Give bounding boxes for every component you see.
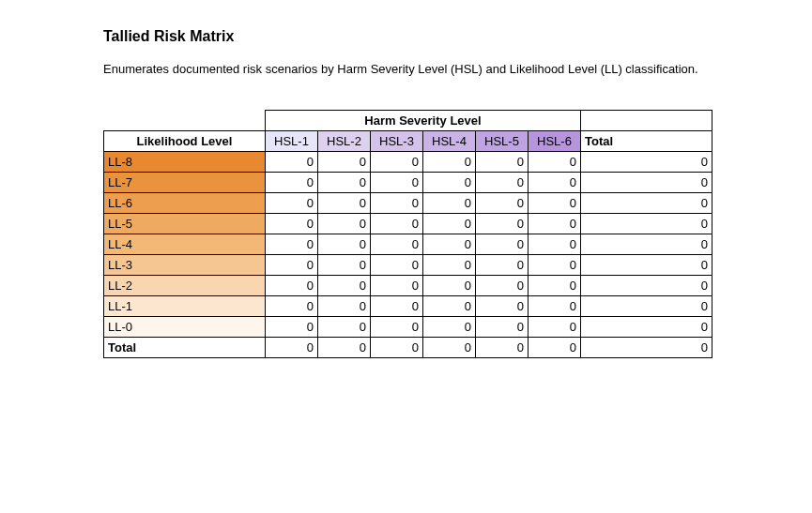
row-label: LL-8 (104, 152, 266, 173)
row-total: 0 (581, 193, 712, 214)
row-label: LL-2 (104, 276, 266, 296)
col-hsl-1: HSL-1 (266, 131, 318, 152)
cell-value: 0 (371, 214, 423, 234)
cell-value: 0 (476, 214, 529, 234)
table-row: LL-50000000 (104, 214, 712, 234)
page-description: Enumerates documented risk scenarios by … (103, 62, 812, 76)
row-total: 0 (581, 317, 712, 338)
col-total-value: 0 (266, 338, 318, 358)
row-total: 0 (581, 152, 712, 173)
cell-value: 0 (266, 193, 318, 214)
cell-value: 0 (371, 234, 423, 255)
row-header-title: Likelihood Level (104, 131, 266, 152)
cell-value: 0 (529, 276, 581, 296)
cell-value: 0 (423, 214, 476, 234)
cell-value: 0 (371, 317, 423, 338)
col-hsl-3: HSL-3 (371, 131, 423, 152)
row-label: LL-5 (104, 214, 266, 234)
table-row: LL-40000000 (104, 234, 712, 255)
row-label: LL-1 (104, 296, 266, 317)
cell-value: 0 (371, 296, 423, 317)
cell-value: 0 (423, 317, 476, 338)
cell-value: 0 (266, 317, 318, 338)
cell-value: 0 (318, 173, 371, 193)
table-row: LL-20000000 (104, 276, 712, 296)
spacer-top-right (581, 111, 712, 131)
row-label: LL-0 (104, 317, 266, 338)
col-hsl-5: HSL-5 (476, 131, 529, 152)
cell-value: 0 (529, 214, 581, 234)
col-total-value: 0 (476, 338, 529, 358)
row-total: 0 (581, 214, 712, 234)
cell-value: 0 (318, 255, 371, 276)
col-total-value: 0 (529, 338, 581, 358)
col-hsl-2: HSL-2 (318, 131, 371, 152)
cell-value: 0 (529, 152, 581, 173)
cell-value: 0 (318, 214, 371, 234)
cell-value: 0 (476, 296, 529, 317)
col-total-value: 0 (371, 338, 423, 358)
row-total: 0 (581, 255, 712, 276)
cell-value: 0 (529, 193, 581, 214)
cell-value: 0 (423, 296, 476, 317)
cell-value: 0 (266, 234, 318, 255)
col-hsl-4: HSL-4 (423, 131, 476, 152)
cell-value: 0 (318, 193, 371, 214)
table-row-total: Total0000000 (104, 338, 712, 358)
cell-value: 0 (318, 276, 371, 296)
col-total-value: 0 (423, 338, 476, 358)
table-row: LL-10000000 (104, 296, 712, 317)
cell-value: 0 (318, 296, 371, 317)
spacer-top-left (104, 111, 266, 131)
row-label: LL-6 (104, 193, 266, 214)
cell-value: 0 (371, 193, 423, 214)
col-hsl-6: HSL-6 (529, 131, 581, 152)
row-label: LL-3 (104, 255, 266, 276)
cell-value: 0 (423, 173, 476, 193)
table-row: LL-30000000 (104, 255, 712, 276)
cell-value: 0 (266, 214, 318, 234)
cell-value: 0 (476, 234, 529, 255)
cell-value: 0 (529, 173, 581, 193)
table-row: LL-00000000 (104, 317, 712, 338)
cell-value: 0 (318, 317, 371, 338)
cell-value: 0 (476, 317, 529, 338)
cell-value: 0 (266, 296, 318, 317)
cell-value: 0 (423, 234, 476, 255)
cell-value: 0 (529, 296, 581, 317)
cell-value: 0 (371, 255, 423, 276)
row-label: LL-4 (104, 234, 266, 255)
table-row: LL-60000000 (104, 193, 712, 214)
row-label: LL-7 (104, 173, 266, 193)
cell-value: 0 (476, 152, 529, 173)
col-total-value: 0 (318, 338, 371, 358)
cell-value: 0 (371, 152, 423, 173)
cell-value: 0 (423, 276, 476, 296)
cell-value: 0 (266, 173, 318, 193)
cell-value: 0 (476, 173, 529, 193)
cell-value: 0 (476, 276, 529, 296)
cell-value: 0 (371, 173, 423, 193)
cell-value: 0 (529, 234, 581, 255)
superheader-hsl: Harm Severity Level (266, 111, 581, 131)
column-header-row: Likelihood Level HSL-1 HSL-2 HSL-3 HSL-4… (104, 131, 712, 152)
grand-total: 0 (581, 338, 712, 358)
table-row: LL-80000000 (104, 152, 712, 173)
row-total: 0 (581, 296, 712, 317)
table-row: LL-70000000 (104, 173, 712, 193)
cell-value: 0 (529, 317, 581, 338)
cell-value: 0 (423, 152, 476, 173)
risk-matrix-table: Harm Severity Level Likelihood Level HSL… (103, 110, 712, 358)
cell-value: 0 (423, 255, 476, 276)
row-label-total: Total (104, 338, 266, 358)
cell-value: 0 (266, 276, 318, 296)
page-title: Tallied Risk Matrix (103, 28, 812, 45)
cell-value: 0 (318, 234, 371, 255)
cell-value: 0 (476, 193, 529, 214)
row-total: 0 (581, 276, 712, 296)
cell-value: 0 (371, 276, 423, 296)
col-total: Total (581, 131, 712, 152)
cell-value: 0 (423, 193, 476, 214)
cell-value: 0 (266, 152, 318, 173)
row-total: 0 (581, 173, 712, 193)
